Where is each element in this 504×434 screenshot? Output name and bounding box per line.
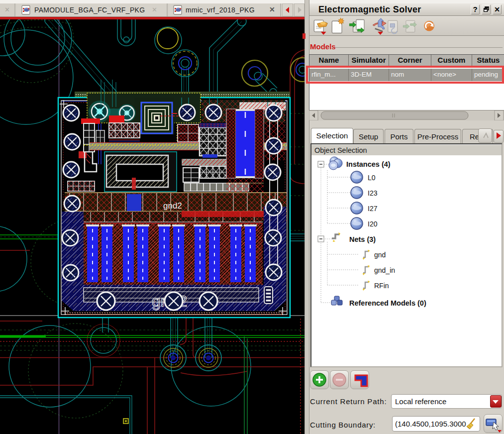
svg-text:Object Selection: Object Selection: [314, 146, 367, 154]
svg-text:I20: I20: [368, 220, 378, 228]
svg-text:I23: I23: [368, 189, 378, 197]
svg-text:gnd: gnd: [374, 251, 386, 259]
svg-text:I27: I27: [368, 205, 378, 213]
svg-text:L0: L0: [368, 174, 376, 182]
svg-text:Instances (4): Instances (4): [346, 160, 391, 168]
svg-text:gnd2: gnd2: [163, 201, 182, 211]
svg-text:Referenced Models (0): Referenced Models (0): [349, 299, 426, 307]
svg-text:gnd_in: gnd_in: [374, 266, 395, 274]
svg-text:Nets (3): Nets (3): [349, 235, 376, 243]
svg-text:RFin: RFin: [374, 282, 389, 290]
